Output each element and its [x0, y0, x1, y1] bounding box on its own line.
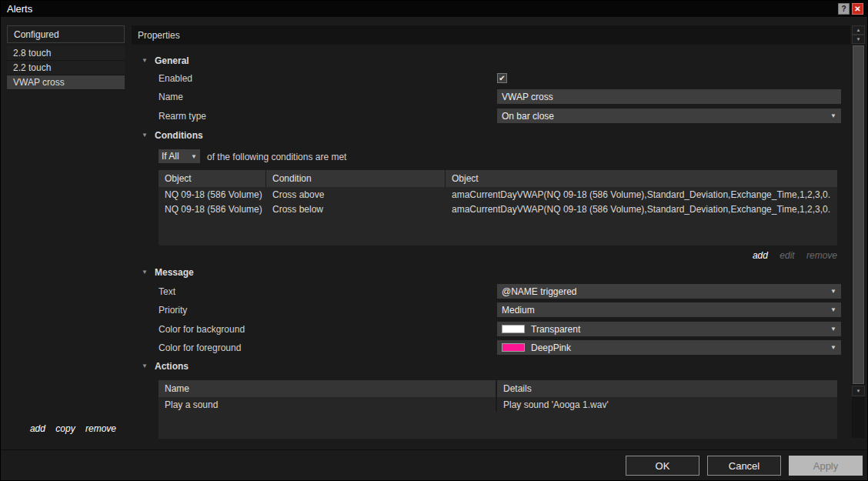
rearm-type-dropdown[interactable]: On bar close ▼: [497, 109, 841, 123]
table-row[interactable]: NQ 09-18 (586 Volume) Cross below amaCur…: [159, 202, 837, 216]
table-cell: NQ 09-18 (586 Volume): [159, 187, 266, 202]
expander-icon[interactable]: ▼: [142, 57, 149, 64]
help-button[interactable]: ?: [838, 3, 850, 15]
message-text-value: @NAME triggered: [502, 286, 577, 297]
properties-header: Properties: [132, 25, 850, 45]
list-item-selected[interactable]: VWAP cross: [7, 75, 125, 90]
name-input[interactable]: [502, 92, 836, 102]
chevron-down-icon: ▼: [191, 153, 197, 160]
configured-list: 2.8 touch 2.2 touch VWAP cross: [7, 46, 125, 90]
table-row[interactable]: NQ 09-18 (586 Volume) Cross above amaCur…: [159, 187, 837, 202]
scroll-up-button[interactable]: ▲: [852, 25, 865, 35]
check-icon: ✔: [499, 75, 505, 82]
table-cell: NQ 09-18 (586 Volume): [159, 202, 266, 216]
section-message-label: Message: [155, 267, 194, 278]
configured-actions: add copy remove: [7, 423, 116, 434]
chevron-down-icon: ▼: [830, 112, 836, 119]
section-conditions[interactable]: ▼ Conditions: [142, 129, 203, 141]
table-cell: Cross below: [266, 202, 446, 216]
name-label: Name: [159, 92, 183, 102]
help-icon: ?: [841, 5, 846, 13]
actions-table: Name Details Play a sound Play sound 'Ao…: [159, 380, 837, 439]
copy-alert-link[interactable]: copy: [55, 423, 75, 434]
scroll-down-icon: ▼: [856, 389, 861, 393]
text-label: Text: [159, 286, 175, 297]
table-cell: Play a sound: [159, 397, 497, 412]
conditions-table: Object Condition Object NQ 09-18 (586 Vo…: [159, 170, 837, 246]
edit-condition-link[interactable]: edit: [780, 250, 794, 261]
column-header: Details: [497, 380, 836, 397]
list-item[interactable]: 2.8 touch: [7, 46, 125, 61]
chevron-down-icon: ▼: [830, 288, 836, 295]
remove-condition-link[interactable]: remove: [806, 250, 837, 261]
actions-table-header: Name Details: [159, 380, 837, 397]
apply-button[interactable]: Apply: [789, 456, 863, 476]
expander-icon[interactable]: ▼: [142, 269, 149, 276]
chevron-down-icon: ▼: [830, 306, 836, 313]
condition-mode-value: If All: [162, 151, 179, 162]
column-header: Object: [159, 170, 266, 187]
vertical-scrollbar[interactable]: ▼: [852, 45, 865, 438]
rearm-type-label: Rearm type: [159, 111, 206, 122]
properties-header-label: Properties: [138, 30, 180, 41]
list-item[interactable]: 2.2 touch: [7, 61, 125, 75]
condition-mode-dropdown[interactable]: If All ▼: [159, 149, 200, 163]
foreground-color-label: Color for foreground: [159, 342, 241, 353]
column-header: Object: [446, 170, 837, 187]
name-field-wrap: [497, 89, 841, 104]
background-color-value: Transparent: [531, 324, 580, 335]
window-title: Alerts: [7, 3, 32, 15]
table-row[interactable]: Play a sound Play sound 'Aooga 1.wav': [159, 397, 837, 412]
enabled-label: Enabled: [159, 73, 192, 84]
scroll-down-button[interactable]: ▼: [852, 35, 865, 44]
column-header: Condition: [266, 170, 446, 187]
footer-divider: [1, 449, 867, 450]
header-scroll-buttons: ▲ ▼: [852, 25, 865, 45]
scroll-down-icon: ▼: [856, 37, 861, 42]
message-text-combobox[interactable]: @NAME triggered ▼: [497, 284, 841, 299]
priority-dropdown[interactable]: Medium ▼: [497, 302, 841, 317]
condition-mode-suffix: of the following conditions are met: [207, 152, 346, 162]
section-actions-label: Actions: [155, 361, 189, 372]
conditions-actions: add edit remove: [159, 250, 837, 261]
scroll-up-icon: ▲: [856, 28, 861, 32]
add-condition-link[interactable]: add: [753, 250, 768, 261]
section-conditions-label: Conditions: [155, 130, 203, 141]
section-actions[interactable]: ▼ Actions: [142, 360, 189, 372]
remove-alert-link[interactable]: remove: [85, 423, 116, 434]
table-cell: Cross above: [266, 187, 446, 202]
configured-header-label: Configured: [14, 29, 59, 40]
scrollbar-down-button[interactable]: ▼: [852, 386, 865, 396]
close-icon: ✕: [854, 5, 860, 13]
titlebar-buttons: ? ✕: [838, 3, 863, 15]
expander-icon[interactable]: ▼: [142, 132, 149, 139]
alerts-dialog: Alerts ? ✕ Configured 2.8 touch 2.2 touc…: [0, 0, 868, 481]
priority-value: Medium: [502, 305, 535, 316]
column-header: Name: [159, 380, 497, 397]
chevron-down-icon: ▼: [830, 326, 836, 332]
cancel-button[interactable]: Cancel: [707, 456, 781, 476]
section-message[interactable]: ▼ Message: [142, 266, 194, 278]
titlebar[interactable]: Alerts ? ✕: [1, 1, 867, 18]
add-alert-link[interactable]: add: [30, 423, 45, 434]
scrollbar-thumb[interactable]: [853, 45, 864, 384]
table-cell: amaCurrentDayVWAP(NQ 09-18 (586 Volume),…: [446, 187, 837, 202]
chevron-down-icon: ▼: [830, 344, 836, 351]
conditions-table-header: Object Condition Object: [159, 170, 837, 187]
actions-table-body: Play a sound Play sound 'Aooga 1.wav': [159, 397, 837, 439]
color-swatch: [502, 325, 525, 333]
foreground-color-value: DeepPink: [531, 342, 571, 353]
expander-icon[interactable]: ▼: [142, 362, 149, 369]
background-color-label: Color for background: [159, 324, 245, 335]
table-cell: amaCurrentDayVWAP(NQ 09-18 (586 Volume),…: [446, 202, 837, 216]
conditions-table-body: NQ 09-18 (586 Volume) Cross above amaCur…: [159, 187, 837, 246]
foreground-color-dropdown[interactable]: DeepPink ▼: [497, 340, 841, 355]
table-cell: Play sound 'Aooga 1.wav': [497, 397, 836, 412]
background-color-dropdown[interactable]: Transparent ▼: [497, 322, 841, 336]
priority-label: Priority: [159, 305, 187, 316]
ok-button[interactable]: OK: [626, 456, 699, 476]
color-swatch: [502, 343, 525, 352]
enabled-checkbox[interactable]: ✔: [497, 73, 507, 83]
close-button[interactable]: ✕: [852, 3, 863, 15]
section-general[interactable]: ▼ General: [142, 55, 189, 66]
